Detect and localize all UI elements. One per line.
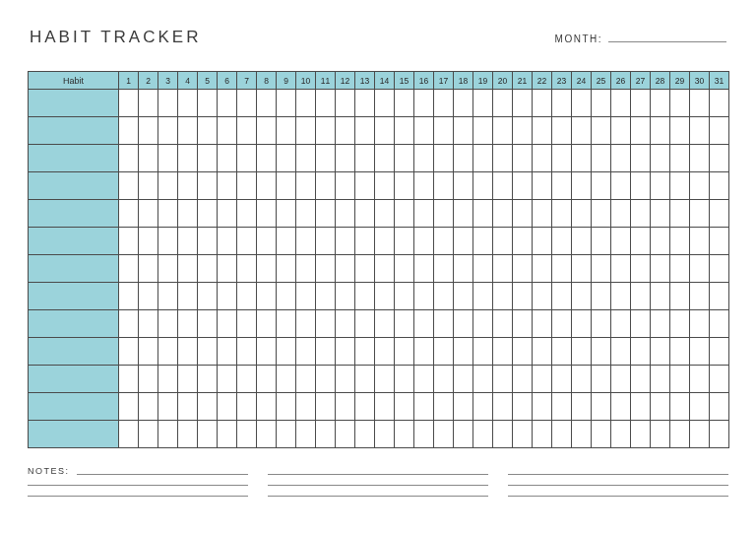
day-cell[interactable] xyxy=(277,90,296,117)
day-cell[interactable] xyxy=(257,283,277,310)
day-cell[interactable] xyxy=(158,228,178,255)
day-cell[interactable] xyxy=(690,200,710,228)
day-cell[interactable] xyxy=(316,117,336,145)
note-line[interactable] xyxy=(268,485,488,486)
day-cell[interactable] xyxy=(473,283,493,310)
day-cell[interactable] xyxy=(710,366,729,393)
day-cell[interactable] xyxy=(158,145,178,172)
day-cell[interactable] xyxy=(355,200,375,228)
day-cell[interactable] xyxy=(493,366,513,393)
day-cell[interactable] xyxy=(611,421,631,448)
day-cell[interactable] xyxy=(257,338,277,366)
day-cell[interactable] xyxy=(611,283,631,310)
day-cell[interactable] xyxy=(336,200,355,228)
day-cell[interactable] xyxy=(493,117,513,145)
habit-name-cell[interactable] xyxy=(29,90,119,117)
day-cell[interactable] xyxy=(454,228,473,255)
day-cell[interactable] xyxy=(316,172,336,200)
day-cell[interactable] xyxy=(631,200,651,228)
day-cell[interactable] xyxy=(178,366,198,393)
day-cell[interactable] xyxy=(493,145,513,172)
day-cell[interactable] xyxy=(336,228,355,255)
day-cell[interactable] xyxy=(493,283,513,310)
day-cell[interactable] xyxy=(572,255,592,283)
day-cell[interactable] xyxy=(611,172,631,200)
day-cell[interactable] xyxy=(218,228,237,255)
day-cell[interactable] xyxy=(533,117,552,145)
day-cell[interactable] xyxy=(670,90,690,117)
day-cell[interactable] xyxy=(414,228,434,255)
day-cell[interactable] xyxy=(237,172,257,200)
day-cell[interactable] xyxy=(139,366,158,393)
day-cell[interactable] xyxy=(414,393,434,421)
day-cell[interactable] xyxy=(198,393,218,421)
day-cell[interactable] xyxy=(513,283,533,310)
day-cell[interactable] xyxy=(178,145,198,172)
day-cell[interactable] xyxy=(434,255,454,283)
day-cell[interactable] xyxy=(690,228,710,255)
habit-name-cell[interactable] xyxy=(29,145,119,172)
day-cell[interactable] xyxy=(218,421,237,448)
day-cell[interactable] xyxy=(395,421,414,448)
day-cell[interactable] xyxy=(493,338,513,366)
day-cell[interactable] xyxy=(158,283,178,310)
day-cell[interactable] xyxy=(434,90,454,117)
day-cell[interactable] xyxy=(395,145,414,172)
day-cell[interactable] xyxy=(158,310,178,338)
day-cell[interactable] xyxy=(533,90,552,117)
day-cell[interactable] xyxy=(513,393,533,421)
day-cell[interactable] xyxy=(119,421,139,448)
day-cell[interactable] xyxy=(395,310,414,338)
day-cell[interactable] xyxy=(158,255,178,283)
day-cell[interactable] xyxy=(611,200,631,228)
day-cell[interactable] xyxy=(690,338,710,366)
day-cell[interactable] xyxy=(533,145,552,172)
day-cell[interactable] xyxy=(454,338,473,366)
day-cell[interactable] xyxy=(454,310,473,338)
day-cell[interactable] xyxy=(454,117,473,145)
note-line[interactable] xyxy=(268,474,488,475)
day-cell[interactable] xyxy=(631,283,651,310)
day-cell[interactable] xyxy=(454,421,473,448)
day-cell[interactable] xyxy=(414,310,434,338)
day-cell[interactable] xyxy=(473,255,493,283)
day-cell[interactable] xyxy=(198,172,218,200)
day-cell[interactable] xyxy=(237,283,257,310)
day-cell[interactable] xyxy=(198,200,218,228)
day-cell[interactable] xyxy=(552,228,572,255)
day-cell[interactable] xyxy=(355,283,375,310)
day-cell[interactable] xyxy=(414,255,434,283)
day-cell[interactable] xyxy=(119,200,139,228)
day-cell[interactable] xyxy=(454,393,473,421)
day-cell[interactable] xyxy=(296,228,316,255)
day-cell[interactable] xyxy=(611,393,631,421)
day-cell[interactable] xyxy=(670,310,690,338)
day-cell[interactable] xyxy=(513,310,533,338)
day-cell[interactable] xyxy=(277,421,296,448)
day-cell[interactable] xyxy=(572,310,592,338)
day-cell[interactable] xyxy=(572,366,592,393)
day-cell[interactable] xyxy=(552,90,572,117)
day-cell[interactable] xyxy=(277,338,296,366)
day-cell[interactable] xyxy=(572,228,592,255)
day-cell[interactable] xyxy=(434,393,454,421)
day-cell[interactable] xyxy=(414,172,434,200)
day-cell[interactable] xyxy=(710,338,729,366)
day-cell[interactable] xyxy=(296,200,316,228)
habit-name-cell[interactable] xyxy=(29,366,119,393)
day-cell[interactable] xyxy=(493,255,513,283)
day-cell[interactable] xyxy=(296,338,316,366)
day-cell[interactable] xyxy=(178,338,198,366)
day-cell[interactable] xyxy=(336,172,355,200)
day-cell[interactable] xyxy=(277,200,296,228)
day-cell[interactable] xyxy=(218,117,237,145)
day-cell[interactable] xyxy=(355,338,375,366)
day-cell[interactable] xyxy=(473,200,493,228)
day-cell[interactable] xyxy=(277,366,296,393)
day-cell[interactable] xyxy=(631,310,651,338)
day-cell[interactable] xyxy=(690,283,710,310)
day-cell[interactable] xyxy=(237,421,257,448)
day-cell[interactable] xyxy=(395,228,414,255)
day-cell[interactable] xyxy=(257,200,277,228)
day-cell[interactable] xyxy=(336,338,355,366)
